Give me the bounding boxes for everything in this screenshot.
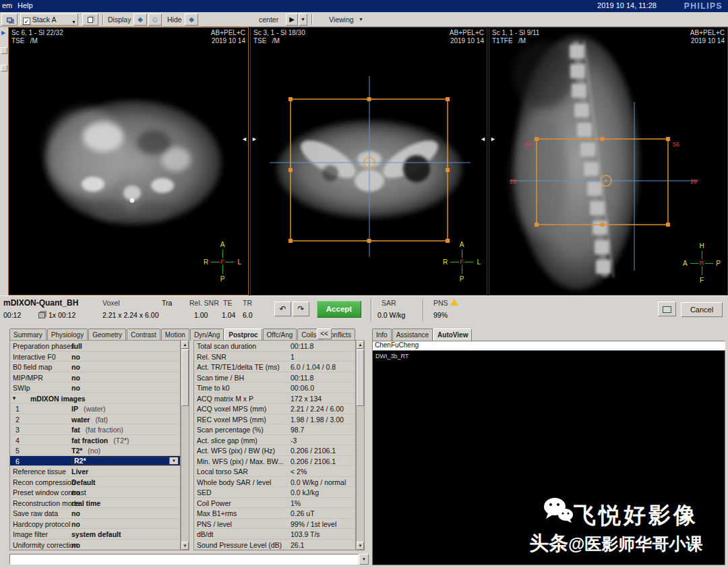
panes-icon <box>7 18 12 22</box>
pane-sync-arrow-icon: ◄ <box>241 136 247 142</box>
menu-item-cropped[interactable]: em <box>2 1 12 9</box>
viewing-menu[interactable]: Viewing <box>329 16 354 24</box>
param-row[interactable]: Preset window contrast no <box>10 487 180 498</box>
display-label: Display <box>108 16 131 24</box>
info-row: Scan time / BH 00:11.8 <box>194 372 355 383</box>
image-icon <box>663 306 671 313</box>
param-tab[interactable]: Summary <box>9 329 47 341</box>
r2star-dropdown[interactable]: R2* ▼ <box>71 457 179 465</box>
tr-label: TR <box>243 299 252 307</box>
param-row[interactable]: MIP/MPR no <box>10 372 180 383</box>
param-row[interactable]: Recon compression Default <box>10 477 180 488</box>
viewport-axial-pelvis[interactable]: Sc 3, 1 - Sl 18/30 TSE /M AB+PEL+C 2019 … <box>250 27 487 295</box>
mdixon-image-row[interactable]: 3 fat(fat fraction) <box>10 424 180 435</box>
info-list-scrollbar[interactable]: ▲ ▼ <box>356 340 365 550</box>
scroll-up-button[interactable]: ▲ <box>357 341 364 349</box>
param-tab[interactable]: Dyn/Ang <box>190 329 224 341</box>
separator <box>311 14 313 25</box>
scroll-thumb[interactable] <box>181 349 189 406</box>
param-tab[interactable]: Postproc <box>224 329 262 341</box>
strip-button[interactable] <box>1 47 7 54</box>
display-overlay-button[interactable]: ◇ <box>148 13 162 26</box>
scan-info-bar: mDIXON-Quant_BH 00:12 1x 00:12 Voxel 2.2… <box>0 295 728 324</box>
info-row: Act. slice gap (mm) -3 <box>194 435 355 446</box>
system-datetime: 2019 10 14, 11:28 <box>597 1 657 9</box>
menu-item-help[interactable]: Help <box>18 1 33 9</box>
play-options-button[interactable]: ▼ <box>299 13 307 26</box>
scroll-thumb[interactable] <box>357 349 364 406</box>
expand-arrow-icon[interactable]: ▶ <box>1 30 5 36</box>
autoview-image-area[interactable]: DWI_3b_RT 飞悦好影像 头条@医影师华哥小课 <box>372 350 725 565</box>
te-label: TE <box>223 299 232 307</box>
mdixon-image-row[interactable]: 1 IP(water) <box>10 403 180 414</box>
svg-text:28: 28 <box>690 178 697 185</box>
separator <box>423 299 424 322</box>
mdixon-image-row[interactable]: 5 T2*(no) <box>10 445 180 456</box>
pane-sync-arrow-icon: ◄ <box>480 136 486 142</box>
param-tab[interactable]: Motion <box>161 329 189 341</box>
te-value: 1.04 <box>222 311 235 319</box>
strip-button[interactable] <box>1 65 7 72</box>
redo-geometry-button[interactable]: ↷ <box>293 302 309 316</box>
cancel-button[interactable]: Cancel <box>681 302 723 317</box>
hide-graphics-button[interactable]: ◆ <box>185 13 198 26</box>
undo-geometry-button[interactable]: ↶ <box>274 302 291 316</box>
info-row: ACQ voxel MPS (mm) 2.21 / 2.24 / 6.00 <box>194 403 355 414</box>
info-row: Time to k0 00:06.0 <box>194 382 355 393</box>
message-scroll-button[interactable]: ▼ <box>359 554 369 565</box>
info-row: Act. TR/TE1/delta TE (ms) 6.0 / 1.04 / 0… <box>194 362 355 372</box>
section-collapse-icon[interactable]: ▼ <box>11 395 17 401</box>
viewport-axial-abdomen[interactable]: Sc 6, 1 - Sl 22/32 TSE /M AB+PEL+C 2019 … <box>8 27 249 295</box>
param-tab[interactable]: Contrast <box>127 329 160 341</box>
stack-icon <box>38 312 45 318</box>
param-row[interactable]: Preparation phases full <box>10 341 180 351</box>
mri-console-screen: { "menubar": { "left_item": "em", "help"… <box>0 0 728 568</box>
image-annotation: AB+PEL+C 2019 10 14 <box>690 29 725 45</box>
checkbox-icon[interactable]: ✓ <box>23 18 30 25</box>
diamond-icon: ◆ <box>189 16 194 23</box>
scroll-down-button[interactable]: ▼ <box>357 542 364 550</box>
right-tab[interactable]: Info <box>372 329 392 341</box>
param-row[interactable]: Uniformity correction no <box>10 540 180 550</box>
snapshot-button[interactable] <box>658 302 676 316</box>
right-tab[interactable]: Assistance <box>392 329 433 341</box>
param-row[interactable]: Reference tissue Liver <box>10 466 180 477</box>
mdixon-section-row[interactable]: ▼ mDIXON images <box>10 393 180 404</box>
mdixon-image-row-selected[interactable]: 6 R2* ▼ <box>10 456 180 467</box>
play-scan-button[interactable]: ▶ <box>286 13 298 26</box>
accept-button[interactable]: Accept <box>317 301 361 318</box>
pns-warning-icon <box>450 299 458 306</box>
pns-label: PNS <box>433 299 448 307</box>
right-panel-tabs: InfoAssistanceAutoView <box>372 329 473 341</box>
param-tab[interactable]: Physiology <box>47 329 88 341</box>
scroll-down-button[interactable]: ▼ <box>181 542 189 550</box>
param-tab[interactable]: Geometry <box>88 329 126 341</box>
param-row[interactable]: Image filter system default <box>10 529 180 540</box>
hide-label: Hide <box>167 16 182 24</box>
viewport-sagittal-spine[interactable]: 66 56 28 28 Sc 1, 1 - Sl 9/11 T1TFE /M A… <box>489 27 728 295</box>
param-row[interactable]: Reconstruction mode real time <box>10 498 180 509</box>
param-row[interactable]: Hardcopy protocol no <box>10 519 180 530</box>
info-row: Whole body SAR / level 0.0 W/kg / normal <box>194 477 355 488</box>
swap-panes-button[interactable] <box>1 13 18 26</box>
display-graphics-button[interactable]: ◆ <box>133 13 147 26</box>
info-row: Act. WFS (pix) / BW (Hz) 0.206 / 2106.1 <box>194 445 355 456</box>
param-row[interactable]: B0 field map no <box>10 362 180 372</box>
param-row[interactable]: SWIp no <box>10 382 180 393</box>
scan-name: mDIXON-Quant_BH <box>3 298 78 308</box>
center-button[interactable]: center <box>259 16 278 24</box>
chevron-down-icon[interactable]: ▼ <box>169 457 178 465</box>
param-list-scrollbar[interactable]: ▲ ▼ <box>181 340 189 550</box>
param-row[interactable]: Save raw data no <box>10 508 180 519</box>
mdixon-image-row[interactable]: 4 fat fraction(T2*) <box>10 435 180 446</box>
copy-view-button[interactable] <box>82 13 98 26</box>
collapse-params-button[interactable]: << <box>317 329 332 339</box>
mdixon-image-row[interactable]: 2 water(fat) <box>10 414 180 425</box>
stack-selector[interactable]: ✓ Stack A ▼ <box>20 13 78 26</box>
param-tab[interactable]: Offc/Ang <box>263 329 297 341</box>
tr-value: 6.0 <box>243 311 253 319</box>
scroll-up-button[interactable]: ▲ <box>181 341 189 349</box>
right-tab[interactable]: AutoView <box>433 329 472 341</box>
message-bar[interactable] <box>9 554 359 565</box>
param-row[interactable]: Interactive F0 no <box>10 351 180 362</box>
